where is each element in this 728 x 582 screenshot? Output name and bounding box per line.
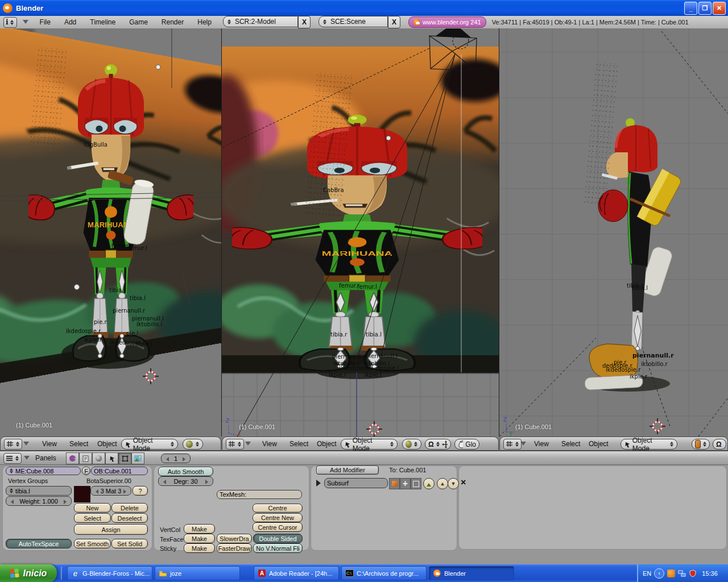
task-adobe-reader[interactable]: A Adobe Reader - [24h... (254, 566, 339, 580)
degr-slider[interactable]: Degr: 30 (158, 476, 213, 486)
mode-dropdown[interactable]: Object Mode (121, 439, 178, 450)
tray-security-icon[interactable] (689, 569, 697, 577)
tray-network-icon[interactable] (678, 569, 686, 577)
window-type-button[interactable]: i (3, 17, 17, 28)
modifier-delete-button[interactable]: × (461, 477, 466, 488)
object-context-button[interactable] (105, 452, 118, 464)
fake-user-button[interactable]: F (82, 467, 90, 475)
tray-blender-icon[interactable] (667, 569, 675, 577)
window-type-button[interactable] (3, 453, 22, 464)
menu-select[interactable]: Select (289, 440, 308, 448)
viewport-left[interactable]: CigBullafemur.rfemur.ltibia.rtibia.lpier… (0, 28, 222, 436)
version-button[interactable]: www.blender.org 241 (408, 16, 486, 28)
viewport-type-button[interactable] (503, 439, 522, 450)
collapse-triangle-icon[interactable] (23, 20, 28, 27)
screen-selector[interactable]: SCR:2-Model (223, 16, 298, 27)
modifier-move-down-button[interactable]: ▼ (448, 478, 459, 489)
task-folder-joze[interactable]: joze (155, 566, 240, 580)
draw-type-dropdown[interactable] (402, 439, 421, 450)
menu-add[interactable]: Add (57, 18, 83, 26)
scene-unlink-button[interactable]: X (388, 16, 400, 28)
menu-view[interactable]: View (262, 440, 277, 448)
menu-file[interactable]: File (33, 18, 57, 26)
pivot-dropdown[interactable]: Ω (713, 439, 726, 450)
auto-smooth-toggle[interactable]: Auto Smooth (158, 467, 213, 476)
script-context-button[interactable] (79, 452, 92, 464)
menu-help[interactable]: Help (191, 18, 218, 26)
draw-type-dropdown[interactable] (183, 439, 203, 450)
minimize-button[interactable]: _ (684, 2, 697, 15)
autotexspace-toggle[interactable]: AutoTexSpace (6, 539, 72, 548)
viewport-type-button[interactable] (226, 439, 244, 450)
header-collapse-icon[interactable] (23, 442, 29, 448)
material-color-swatch[interactable] (74, 486, 90, 502)
slower-draw-button[interactable]: SlowerDra (217, 534, 252, 543)
start-button[interactable]: Inicio (0, 564, 57, 582)
mode-dropdown[interactable]: Object Mode (621, 439, 677, 450)
vertex-group-dropdown[interactable]: tibia.l (6, 486, 72, 496)
modifier-move-up-button[interactable]: ▲ (437, 478, 448, 489)
set-solid-button[interactable]: Set Solid (111, 539, 148, 548)
no-vnormal-flip-toggle[interactable]: No V.Normal Fli (253, 543, 303, 553)
vgroup-select-button[interactable]: Select (74, 513, 111, 523)
header-collapse-icon[interactable] (245, 442, 251, 448)
task-blender[interactable]: Blender (429, 566, 514, 580)
vgroup-assign-button[interactable]: Assign (74, 524, 148, 535)
modifier-apply-button[interactable] (423, 478, 435, 489)
menu-select[interactable]: Select (561, 440, 580, 448)
material-help-button[interactable]: ? (133, 486, 148, 496)
panels-menu[interactable]: Panels (35, 454, 56, 462)
modifier-expand-icon[interactable] (316, 480, 324, 487)
mesh-datablock-field[interactable]: ME:Cube.008 (6, 467, 81, 475)
mode-dropdown[interactable]: Object Mode (341, 439, 398, 450)
logic-context-button[interactable] (66, 452, 79, 464)
modifier-name-field[interactable]: Subsurf (324, 478, 388, 488)
editing-context-button[interactable] (118, 452, 131, 464)
hide-icons-chevron[interactable]: ‹ (654, 568, 664, 579)
object-name-field[interactable]: OB:Cube.001 (91, 467, 148, 475)
viewport-right[interactable]: Z y tibia.rtibia.lpiernanull.rpie.riktob… (499, 28, 728, 436)
draw-type-dropdown[interactable] (692, 439, 710, 450)
header-collapse-icon[interactable] (24, 456, 30, 463)
set-smooth-button[interactable]: Set Smooth (74, 539, 111, 548)
vgroup-delete-button[interactable]: Delete (111, 503, 148, 513)
frame-number-stepper[interactable]: 1 (161, 454, 191, 463)
material-browse-stepper[interactable]: 3 Mat 3 (90, 486, 131, 496)
centre-cursor-button[interactable]: Centre Cursor (253, 522, 303, 532)
clock[interactable]: 15:36 (702, 570, 718, 577)
header-collapse-icon[interactable] (520, 442, 526, 448)
shading-context-button[interactable] (92, 452, 105, 464)
menu-timeline[interactable]: Timeline (83, 18, 122, 26)
menu-object[interactable]: Object (97, 440, 117, 448)
vertcol-make-button[interactable]: Make (184, 524, 215, 534)
language-indicator[interactable]: EN (643, 570, 651, 577)
centre-new-button[interactable]: Centre New (253, 513, 303, 522)
double-sided-toggle[interactable]: Double Sided (253, 534, 303, 543)
pivot-dropdown[interactable]: Ω (425, 439, 451, 450)
modifier-realtime-toggle[interactable]: + (400, 478, 411, 489)
texface-make-button[interactable]: Make (184, 534, 215, 543)
sticky-make-button[interactable]: Make (184, 543, 215, 553)
menu-object[interactable]: Object (589, 440, 609, 448)
scene-selector[interactable]: SCE:Scene (318, 16, 388, 27)
texmesh-field[interactable]: TexMesh: (217, 490, 302, 499)
scene-context-button[interactable] (131, 452, 144, 464)
menu-view[interactable]: View (42, 440, 57, 448)
close-button[interactable]: ✕ (713, 2, 726, 15)
transform-orientation-dropdown[interactable]: Glo (454, 439, 479, 450)
viewport-type-button[interactable] (4, 439, 22, 450)
menu-game[interactable]: Game (122, 18, 155, 26)
weight-slider[interactable]: Weight: 1.000 (6, 496, 72, 506)
menu-render[interactable]: Render (155, 18, 191, 26)
centre-button[interactable]: Centre (253, 504, 303, 513)
task-cmd[interactable]: C:\ C:\Archivos de progr... (341, 566, 427, 580)
vgroup-deselect-button[interactable]: Deselect (111, 513, 148, 523)
faster-draw-button[interactable]: FasterDraw (217, 543, 252, 553)
add-modifier-button[interactable]: Add Modifier (316, 465, 379, 475)
restore-button[interactable]: ❐ (698, 2, 712, 15)
vgroup-new-button[interactable]: New (74, 503, 111, 513)
modifier-render-toggle[interactable] (389, 478, 400, 489)
modifier-editmode-toggle[interactable] (411, 478, 421, 489)
menu-select[interactable]: Select (69, 440, 88, 448)
screen-unlink-button[interactable]: X (298, 16, 311, 28)
